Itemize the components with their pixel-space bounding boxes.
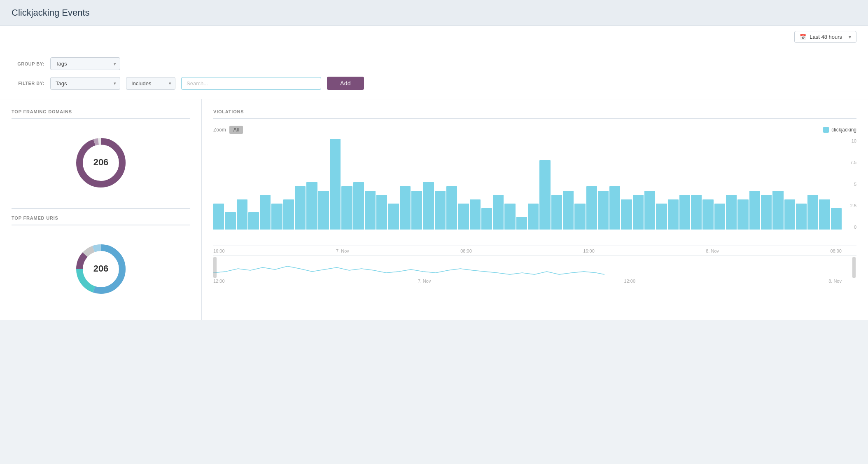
framed-uris-count: 206 [93,263,108,274]
bar [516,217,527,230]
x-label-8nov: 8. Nov [706,248,719,253]
top-framing-domains-title: TOP FRAMING DOMAINS [12,109,190,119]
bar [726,195,737,230]
zoom-controls: Zoom All [213,126,243,134]
bar [621,199,632,230]
time-range-selector[interactable]: 📅 Last 48 hours ▾ [794,31,856,43]
controls-section: GROUP BY: Tags Domain URI FILTER BY: Tag… [0,48,868,99]
y-label-5: 5 [844,182,856,187]
bar [528,204,539,230]
legend: clickjacking [823,127,856,133]
y-axis: 10 7.5 5 2.5 0 [844,139,856,230]
bar [784,199,795,230]
mini-x-8nov: 8. Nov [828,279,842,284]
bar [481,208,492,230]
framed-uris-chart: 206 [72,240,130,298]
top-framed-uris-title: TOP FRAMED URIS [12,216,190,225]
bar [563,191,574,230]
bar [679,195,690,230]
mini-x-7nov: 7. Nov [418,279,431,284]
bar [470,199,481,230]
x-label-0800: 08:00 [460,248,472,253]
x-label-1600: 16:00 [213,248,225,253]
x-label-0800b: 08:00 [830,248,842,253]
filter-by-label: FILTER BY: [12,81,44,86]
bar [772,191,783,230]
bar [807,195,818,230]
bar [702,199,713,230]
chart-toolbar: Zoom All clickjacking [213,126,856,134]
bar [423,182,434,230]
zoom-all-button[interactable]: All [229,126,243,134]
panel-divider [12,208,190,209]
toolbar: 📅 Last 48 hours ▾ [0,26,868,48]
bar-chart: 10 7.5 5 2.5 0 [213,139,856,246]
bar [551,195,562,230]
bar [225,212,236,230]
bar [306,182,317,230]
bar [831,208,842,230]
header: Clickjacking Events [0,0,868,26]
bar [283,199,294,230]
bar [213,204,224,230]
left-panel: TOP FRAMING DOMAINS 206 TOP FRAMED URIS [0,99,202,320]
top-framed-uris-donut: 206 [12,232,190,310]
right-panel: VIOLATIONS Zoom All clickjacking 10 [202,99,868,320]
y-label-0: 0 [844,225,856,230]
bar [539,160,550,230]
bar [295,186,306,230]
bar [376,195,387,230]
top-framing-domains-section: TOP FRAMING DOMAINS 206 [12,109,190,204]
bar [237,199,247,230]
bar [609,186,620,230]
bar [400,186,411,230]
condition-select[interactable]: Includes Excludes [126,77,175,90]
condition-select-wrapper: Includes Excludes [126,77,175,90]
add-button[interactable]: Add [327,77,364,90]
zoom-label: Zoom [213,127,226,133]
x-label-1600b: 16:00 [583,248,595,253]
mini-x-1200b: 12:00 [624,279,636,284]
bar [330,139,341,230]
time-range-label: Last 48 hours [810,34,842,40]
filter-by-select-wrapper: Tags Domain URI [50,77,120,90]
group-by-label: GROUP BY: [12,61,44,66]
group-by-row: GROUP BY: Tags Domain URI [12,57,856,70]
search-input[interactable] [181,77,321,90]
bar [574,204,585,230]
mini-line [213,266,604,274]
bar [691,195,702,230]
bar [365,191,376,230]
bar [749,191,760,230]
bar [435,191,446,230]
bar [586,186,597,230]
group-by-select[interactable]: Tags Domain URI [50,57,120,70]
mini-chart: 12:00 7. Nov 12:00 8. Nov [213,255,856,280]
x-label-7nov: 7. Nov [336,248,349,253]
framing-domains-chart: 206 [72,134,130,192]
bar [633,195,644,230]
top-framing-domains-donut: 206 [12,126,190,204]
bar [714,204,725,230]
bar [504,204,515,230]
y-label-2-5: 2.5 [844,204,856,208]
filter-by-select[interactable]: Tags Domain URI [50,77,120,90]
mini-x-1200: 12:00 [213,279,225,284]
bar [493,195,504,230]
calendar-icon: 📅 [800,34,806,40]
bar [819,199,830,230]
bar [598,191,609,230]
x-axis: 16:00 7. Nov 08:00 16:00 8. Nov 08:00 [213,246,856,253]
bar [656,204,667,230]
mini-left-handle[interactable] [213,257,217,278]
framing-domains-count: 206 [93,157,108,167]
mini-right-handle[interactable] [852,257,856,278]
group-by-select-wrapper: Tags Domain URI [50,57,120,70]
bar [353,182,364,230]
bar [318,191,329,230]
bar [458,204,469,230]
bar [271,204,282,230]
bars-wrapper [213,139,856,230]
bar [737,199,748,230]
main-content: TOP FRAMING DOMAINS 206 TOP FRAMED URIS [0,99,868,320]
